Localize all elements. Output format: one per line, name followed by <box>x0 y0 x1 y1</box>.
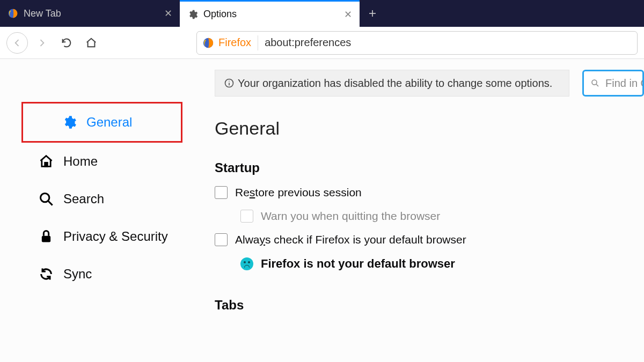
sidebar-item-label: Home <box>63 154 98 169</box>
checkbox-warn-quit: Warn you when quitting the browser <box>240 210 644 223</box>
policy-notice: Your organization has disabled the abili… <box>215 70 569 97</box>
checkbox-label: Warn you when quitting the browser <box>261 210 440 223</box>
section-startup-heading: Startup <box>215 160 644 175</box>
search-icon <box>39 191 54 206</box>
checkbox-default-browser[interactable]: Always check if Firefox is your default … <box>215 233 644 246</box>
navigation-toolbar: Firefox about:preferences <box>0 27 644 59</box>
sidebar-item-general[interactable]: General <box>23 104 181 141</box>
tab-options[interactable]: Options ✕ <box>180 0 360 27</box>
sync-icon <box>39 267 54 282</box>
gear-icon <box>187 9 198 20</box>
reload-button[interactable] <box>56 32 77 54</box>
tab-new-tab[interactable]: New Tab ✕ <box>0 0 180 27</box>
status-text: Firefox is not your default browser <box>261 257 455 271</box>
find-in-options-input[interactable]: Find in Options <box>582 70 644 97</box>
checkbox-icon[interactable] <box>215 186 228 199</box>
home-button[interactable] <box>80 32 102 54</box>
sidebar-item-label: General <box>86 115 132 130</box>
sidebar-item-label: Privacy & Security <box>63 229 168 244</box>
search-icon <box>590 78 600 88</box>
sidebar-item-privacy[interactable]: Privacy & Security <box>0 218 215 255</box>
close-icon[interactable]: ✕ <box>344 10 352 19</box>
sad-face-icon <box>240 257 253 270</box>
svg-rect-4 <box>45 162 48 166</box>
svg-line-12 <box>596 84 598 86</box>
checkbox-icon <box>240 210 253 223</box>
tab-bar: New Tab ✕ Options ✕ <box>0 0 644 27</box>
identity-label: Firefox <box>218 36 251 49</box>
sidebar-item-label: Search <box>63 191 104 206</box>
svg-point-10 <box>229 80 230 82</box>
sidebar-item-sync[interactable]: Sync <box>0 255 215 293</box>
svg-point-5 <box>41 194 49 202</box>
forward-button[interactable] <box>31 32 53 54</box>
home-icon <box>39 154 54 169</box>
close-icon[interactable]: ✕ <box>164 9 172 18</box>
search-placeholder: Find in Options <box>605 77 644 90</box>
gear-icon <box>62 115 77 130</box>
checkbox-label: Always check if Firefox is your default … <box>235 233 466 246</box>
url-text: about:preferences <box>265 36 351 49</box>
checkbox-icon[interactable] <box>215 233 228 246</box>
sidebar-item-label: Sync <box>63 267 92 282</box>
preferences-content: General Home Search Privacy & Security <box>0 59 644 362</box>
firefox-icon <box>8 8 18 19</box>
checkbox-restore-session[interactable]: Restore previous session <box>215 186 644 199</box>
url-bar[interactable]: Firefox about:preferences <box>196 31 638 55</box>
page-title: General <box>215 118 644 139</box>
tab-label: New Tab <box>24 8 159 19</box>
preferences-main: Your organization has disabled the abili… <box>215 59 644 362</box>
sidebar-item-home[interactable]: Home <box>0 143 215 180</box>
section-tabs-heading: Tabs <box>215 298 644 313</box>
preferences-sidebar: General Home Search Privacy & Security <box>0 59 215 362</box>
sidebar-item-search[interactable]: Search <box>0 180 215 218</box>
svg-line-6 <box>48 201 53 205</box>
firefox-icon <box>202 37 214 49</box>
new-tab-button[interactable] <box>360 0 385 27</box>
info-icon <box>224 78 235 88</box>
tab-label: Options <box>203 9 339 20</box>
svg-point-11 <box>592 80 597 85</box>
lock-icon <box>39 229 54 244</box>
checkbox-label: Restore previous session <box>235 186 362 199</box>
default-browser-status: Firefox is not your default browser <box>240 257 644 271</box>
back-button[interactable] <box>6 32 28 54</box>
svg-rect-7 <box>42 236 50 242</box>
identity-box[interactable]: Firefox <box>202 35 258 50</box>
notice-text: Your organization has disabled the abili… <box>238 77 552 90</box>
highlight-annotation: General <box>21 102 182 143</box>
